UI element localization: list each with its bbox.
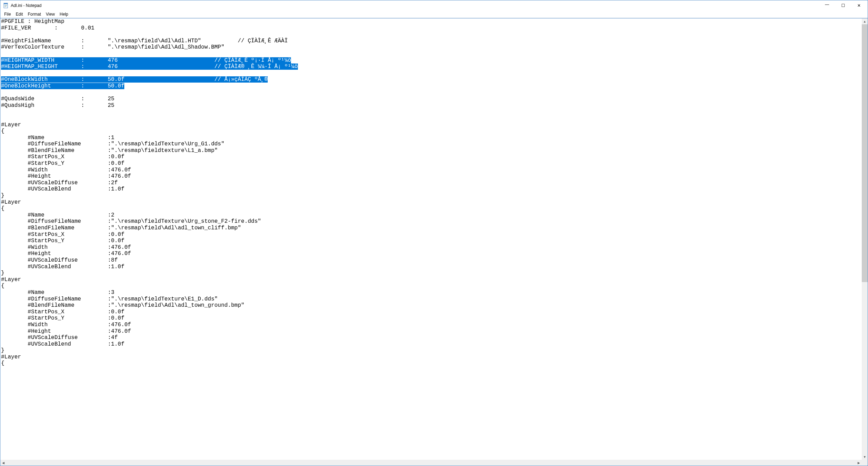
- vertical-scrollbar[interactable]: ▲ ▼: [862, 18, 868, 460]
- scroll-left-arrow[interactable]: ◀: [0, 460, 6, 466]
- scroll-right-arrow[interactable]: ▶: [856, 460, 862, 466]
- minimize-button[interactable]: —: [819, 0, 835, 11]
- menu-help[interactable]: Help: [57, 11, 71, 17]
- notepad-icon: [3, 3, 9, 8]
- window-controls: — ☐ ✕: [819, 0, 867, 11]
- horizontal-scroll-track[interactable]: [6, 460, 856, 466]
- menu-file[interactable]: File: [2, 11, 13, 17]
- titlebar[interactable]: Adl.ini - Notepad — ☐ ✕: [0, 0, 868, 11]
- scroll-up-arrow[interactable]: ▲: [862, 18, 868, 24]
- maximize-button[interactable]: ☐: [835, 0, 851, 11]
- text-segment[interactable]: #QuadsWide : 25 #QuadsHigh : 25 #Layer {…: [1, 96, 261, 366]
- text-content[interactable]: #PGFILE : HeightMap #FILE_VER : 0.01 #He…: [0, 18, 868, 367]
- close-button[interactable]: ✕: [851, 0, 867, 11]
- window-title: Adl.ini - Notepad: [11, 3, 42, 8]
- text-selection[interactable]: #HEIGHTMAP_WIDTH : 476 // ÇÏÀÌÆ¸Ê º¡·Î Å…: [1, 57, 298, 70]
- content-area: #PGFILE : HeightMap #FILE_VER : 0.01 #He…: [0, 18, 868, 466]
- menu-view[interactable]: View: [43, 11, 57, 17]
- svg-rect-1: [4, 3, 8, 4]
- menu-format[interactable]: Format: [25, 11, 43, 17]
- horizontal-scrollbar[interactable]: ◀ ▶: [0, 460, 868, 466]
- text-editor[interactable]: #PGFILE : HeightMap #FILE_VER : 0.01 #He…: [0, 18, 868, 466]
- scroll-down-arrow[interactable]: ▼: [862, 454, 868, 460]
- vertical-scroll-thumb[interactable]: [862, 24, 868, 282]
- text-selection[interactable]: #OneBlockWidth : 50.0f // Å¡»çÀÌÀÇ ºÅ¸® …: [1, 76, 268, 89]
- menu-edit[interactable]: Edit: [13, 11, 25, 17]
- text-segment[interactable]: #PGFILE : HeightMap #FILE_VER : 0.01 #He…: [1, 18, 288, 50]
- scroll-corner: [862, 460, 868, 466]
- menubar: File Edit Format View Help: [0, 11, 868, 18]
- notepad-window: Adl.ini - Notepad — ☐ ✕ File Edit Format…: [0, 0, 868, 466]
- vertical-scroll-track[interactable]: [862, 24, 868, 454]
